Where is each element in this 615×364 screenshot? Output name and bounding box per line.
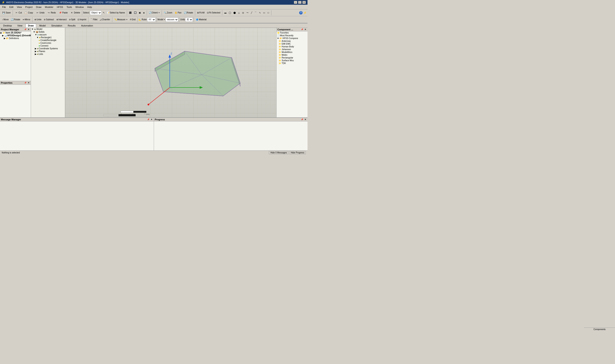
scrollbar-thumb[interactable]	[119, 114, 136, 116]
cm-close-button[interactable]: ✕	[304, 28, 307, 30]
cm-rectangular[interactable]: 📁 Rectangular	[278, 56, 308, 59]
cm-surface-mount[interactable]: 📁 Surface Mou	[278, 59, 308, 62]
helix-btn[interactable]: 〜	[245, 10, 250, 16]
measure-button[interactable]: 📏 Measure ▼	[113, 17, 129, 22]
hide-messages-button[interactable]: Hide 0 Messages	[269, 151, 288, 154]
select-mode-dropdown[interactable]: Object Face Edge Vertex	[90, 11, 102, 15]
minimize-button[interactable]: ─	[294, 1, 297, 4]
fillet-button[interactable]: ⌒ Fillet	[89, 17, 98, 22]
ellipse-btn[interactable]: ⬭	[266, 10, 270, 16]
tree-lists[interactable]: ▶ ■ Lists	[34, 53, 65, 55]
pm-pin-button[interactable]: 📌	[24, 28, 27, 30]
cm-hfss-components[interactable]: ▼ 📂 HFSS Compone	[277, 37, 308, 40]
spline-btn[interactable]: ∿	[258, 10, 262, 16]
menu-edit[interactable]: Edit	[8, 5, 15, 9]
tree-horn[interactable]: ▶ 📁 horn 25-33GHz*	[0, 31, 31, 34]
box-btn[interactable]: ▬	[223, 10, 227, 16]
cm-molex[interactable]: 📁 Molex	[278, 53, 308, 56]
menu-modeler[interactable]: Modeler	[43, 5, 55, 9]
mirror-button[interactable]: ⇔ Mirror	[22, 17, 31, 22]
pan-button[interactable]: ✋ Pan	[174, 10, 183, 16]
paste-button[interactable]: 📌 Paste	[57, 10, 69, 16]
menu-tools[interactable]: Tools	[65, 5, 74, 9]
arc-btn[interactable]: ⌒	[254, 10, 258, 16]
vacuum-dropdown[interactable]: vacuum	[165, 17, 178, 22]
mm-pin-button[interactable]: 📌	[147, 118, 150, 120]
save-button[interactable]: 💾 Save	[1, 10, 12, 16]
imprint-button[interactable]: ⊡ Imprint	[77, 17, 87, 22]
hide-progress-button[interactable]: Hide Progress	[289, 151, 306, 154]
move-button[interactable]: ↕ Move	[1, 17, 10, 22]
tree-createrect[interactable]: ● CreateRectangle	[38, 39, 65, 42]
help-button[interactable]: ?	[299, 11, 303, 14]
cm-antennas[interactable]: 📁 Antennas	[278, 40, 308, 42]
zoom-button[interactable]: 🔍 Zoom	[163, 10, 174, 16]
menu-view[interactable]: View	[15, 5, 24, 9]
rect-btn[interactable]: ▭	[262, 10, 266, 16]
sphere-btn[interactable]: ⬤	[232, 10, 237, 16]
cm-human-body[interactable]: 📁 Human Body	[278, 45, 308, 48]
tree-definitions[interactable]: ▶ 📂 Definitions	[3, 37, 31, 40]
subtract-button[interactable]: ⊖ Subtract	[43, 17, 55, 22]
cone-btn[interactable]: △	[237, 10, 241, 16]
tab-simulation[interactable]: Simulation	[49, 24, 65, 27]
select-icon-btn[interactable]: ↖	[102, 10, 106, 16]
xy-dropdown[interactable]: XY YZ XZ	[147, 17, 156, 22]
redo-button[interactable]: ↪ Redo	[46, 10, 57, 16]
view-icon-btn4[interactable]: ◈	[142, 10, 146, 16]
select-by-name-button[interactable]: 📝 Select by Name	[106, 10, 126, 16]
tree-planes[interactable]: ▶ ■ Planes	[34, 50, 65, 53]
tab-results[interactable]: Results	[65, 24, 78, 27]
cm-emi[interactable]: 📁 EMI EMC	[278, 42, 308, 45]
tab-model[interactable]: Model	[37, 24, 48, 27]
intersect-button[interactable]: ⊗ Intersect	[55, 17, 68, 22]
cm-most-recently[interactable]: 🕐 Most Recently	[277, 34, 308, 37]
maximize-button[interactable]: □	[298, 1, 302, 4]
3d-dropdown[interactable]: 3D 2D	[185, 17, 193, 22]
tab-view[interactable]: View	[15, 24, 25, 27]
torus-btn[interactable]: ◎	[241, 10, 245, 16]
fit-selected-button[interactable]: ⊡ Fit Selected	[206, 10, 221, 16]
cut-button[interactable]: ✂ Cut	[14, 10, 23, 16]
view-icon-btn2[interactable]: 🔲	[133, 10, 137, 16]
tree-rectangle1[interactable]: ▼ ■ Rectangle1	[36, 36, 65, 39]
tree-connect[interactable]: ● Connect	[38, 44, 65, 47]
material-button[interactable]: 🔷 Material	[195, 17, 208, 22]
tab-draw[interactable]: Draw	[26, 24, 36, 27]
tree-hfss[interactable]: ▶ 📊 HFSSDesign1 (DrivenModal)*	[2, 34, 31, 37]
tab-desktop[interactable]: Desktop	[1, 24, 14, 27]
mm-close-button[interactable]: ✕	[150, 118, 153, 120]
close-button[interactable]: ✕	[302, 1, 306, 4]
grid-button[interactable]: # Grid	[129, 17, 136, 22]
prog-close-button[interactable]: ✕	[304, 118, 307, 120]
pm-close-button[interactable]: ✕	[27, 28, 30, 30]
split-button[interactable]: ⊘ Split	[68, 17, 76, 22]
prog-pin-button[interactable]: 📌	[300, 118, 304, 120]
cm-tdk[interactable]: 📁 TDK	[278, 62, 308, 65]
prop-pin-button[interactable]: 📌	[24, 82, 27, 84]
cm-favorites[interactable]: ⭐ Favorites	[277, 31, 308, 34]
menu-window[interactable]: Window	[74, 5, 85, 9]
tab-automation[interactable]: Automation	[79, 24, 95, 27]
orient-dropdown-button[interactable]: 🔄 Orient ▼	[148, 10, 161, 16]
tree-coverlines[interactable]: ● CoverLines	[38, 42, 65, 44]
menu-help[interactable]: Help	[85, 5, 94, 9]
undo-button[interactable]: ↩ Undo	[35, 10, 46, 16]
unite-button[interactable]: ⊕ Unite	[33, 17, 42, 22]
prop-close-button[interactable]: ✕	[27, 82, 30, 84]
rotate-button[interactable]: 🔃 Rotate	[183, 10, 194, 16]
fit-all-button[interactable]: ⊞ Fit All	[196, 10, 205, 16]
menu-project[interactable]: Project	[24, 5, 34, 9]
chamfer-button[interactable]: ◿ Chamfer	[99, 17, 111, 22]
view-icon-btn3[interactable]: ▣	[138, 10, 142, 16]
delete-button[interactable]: ✕ Delete	[69, 10, 81, 16]
tree-coord-systems[interactable]: ▶ ■ Coordinate Systems	[34, 47, 65, 50]
view-icon-btn1[interactable]: ⬛	[128, 10, 133, 16]
cylinder-btn[interactable]: ◯	[228, 10, 232, 16]
tree-model[interactable]: ▼ 🗂 Model	[31, 28, 65, 30]
menu-hfss[interactable]: HFSS	[55, 5, 65, 9]
tree-vacuum[interactable]: ▼ ■ vacuum	[34, 33, 65, 36]
copy-button[interactable]: 📋 Copy	[23, 10, 34, 16]
cm-johanson[interactable]: 📁 Johanson	[278, 48, 308, 51]
menu-draw[interactable]: Draw	[34, 5, 43, 9]
